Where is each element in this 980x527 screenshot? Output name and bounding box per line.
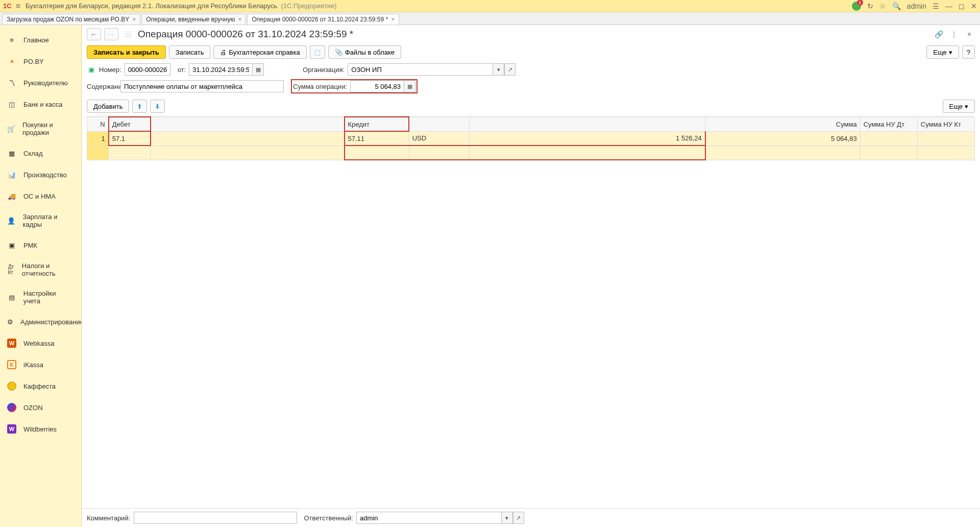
minimize-icon[interactable]: — — [945, 2, 952, 10]
col-nu-dt[interactable]: Сумма НУ Дт — [860, 117, 917, 131]
calc-icon[interactable]: ▦ — [404, 80, 415, 92]
settings-icon[interactable]: ☰ — [933, 2, 939, 10]
tab-close-icon[interactable]: × — [132, 16, 136, 23]
sidebar-item-assets[interactable]: 🚚ОС и НМА — [0, 185, 81, 207]
cell-debit-ext[interactable] — [151, 131, 345, 146]
cloud-files-button[interactable]: 📎 Файлы в облаке — [328, 45, 401, 59]
sidebar-item-tax[interactable]: ДтКтНалоги и отчетность — [0, 256, 81, 283]
maximize-icon[interactable]: ◻ — [959, 2, 965, 10]
table-row-sub[interactable] — [87, 146, 975, 160]
gear-icon: ⚙ — [7, 317, 13, 326]
col-credit[interactable]: Кредит — [345, 117, 409, 131]
tab-ozon-load[interactable]: Загрузка продаж OZON по месяцам PO.BY × — [2, 14, 140, 25]
cell-debit[interactable]: 57.1 — [109, 131, 151, 146]
poby-icon: ✦ — [7, 57, 16, 66]
favorite-icon[interactable]: ☆ — [879, 2, 886, 10]
forward-button[interactable]: → — [104, 28, 118, 40]
back-button[interactable]: ← — [87, 28, 101, 40]
tab-manual-ops[interactable]: Операции, введенные вручную × — [141, 14, 246, 25]
save-close-button[interactable]: Записать и закрыть — [87, 45, 166, 59]
sidebar-item-warehouse[interactable]: ▦Склад — [0, 142, 81, 164]
close-content-icon[interactable]: × — [964, 29, 975, 40]
history-icon[interactable]: ↻ — [867, 2, 873, 10]
dropdown-icon[interactable]: ▾ — [502, 512, 513, 524]
entries-table: N Дебет Кредит Сумма Сумма НУ Дт Сумма Н… — [87, 116, 975, 508]
calendar-icon[interactable]: ▦ — [253, 63, 264, 76]
sidebar-item-poby[interactable]: ✦PO.BY — [0, 51, 81, 72]
cell-sum[interactable]: 5 064,83 — [705, 131, 860, 146]
sidebar-item-webkassa[interactable]: WWebkassa — [0, 332, 81, 354]
date-input[interactable] — [189, 63, 253, 76]
move-up-button[interactable]: ⬆ — [132, 100, 147, 113]
col-n[interactable]: N — [87, 117, 109, 131]
content-input[interactable] — [120, 80, 284, 92]
more-icon[interactable]: ⋮ — [948, 29, 960, 40]
main-menu-icon[interactable]: ≡ — [16, 2, 20, 11]
cell-credit-sub[interactable] — [345, 146, 409, 160]
sidebar-item-sales[interactable]: 🛒Покупки и продажи — [0, 115, 81, 142]
col-currency[interactable] — [409, 117, 470, 131]
sidebar-item-settings[interactable]: ▤Настройки учета — [0, 283, 81, 311]
sidebar-item-bank[interactable]: ◫Банк и касса — [0, 93, 81, 115]
col-sum[interactable]: Сумма — [705, 117, 860, 131]
close-icon[interactable]: ✕ — [971, 2, 977, 10]
wb-icon: W — [7, 424, 16, 434]
tab-operation[interactable]: Операция 0000-000026 от 31.10.2024 23:59… — [247, 14, 399, 25]
col-debit-ext[interactable] — [151, 117, 345, 131]
cell-currency-val-sub[interactable] — [470, 146, 705, 160]
sidebar-item-wb[interactable]: WWildberries — [0, 418, 81, 440]
user-label[interactable]: admin — [907, 2, 926, 10]
ozon-icon — [7, 403, 16, 412]
person-icon: 👤 — [7, 216, 16, 225]
comment-input[interactable] — [134, 512, 297, 524]
table-row[interactable]: 1 57.1 57.11 USD 1 526,24 5 064,83 — [87, 131, 975, 146]
cell-debit-sub[interactable] — [109, 146, 151, 160]
number-input[interactable] — [125, 63, 170, 76]
cell-currency-val[interactable]: 1 526,24 — [470, 131, 705, 146]
favorite-star-icon[interactable]: ☆ — [124, 28, 133, 40]
grid-icon: ▦ — [7, 149, 16, 158]
sidebar-item-ozon[interactable]: OZON — [0, 397, 81, 418]
save-button[interactable]: Записать — [169, 45, 211, 59]
sidebar-item-admin[interactable]: ⚙Администрирование — [0, 311, 81, 332]
wallet-icon: ◫ — [7, 100, 16, 109]
sidebar-item-main[interactable]: ≡Главное — [0, 29, 81, 51]
structure-button[interactable]: ⬚ — [310, 45, 325, 59]
cell-nu-dt[interactable] — [860, 131, 917, 146]
sidebar-item-production[interactable]: 📊Производство — [0, 164, 81, 185]
cell-nu-kt[interactable] — [917, 131, 974, 146]
col-nu-kt[interactable]: Сумма НУ Кт — [917, 117, 974, 131]
tab-close-icon[interactable]: × — [391, 16, 395, 23]
help-button[interactable]: ? — [962, 45, 975, 59]
open-icon[interactable]: ↗ — [513, 512, 524, 524]
sidebar-item-hr[interactable]: 👤Зарплата и кадры — [0, 207, 81, 234]
cell-currency-sub[interactable] — [409, 146, 470, 160]
dropdown-icon[interactable]: ▾ — [493, 63, 504, 76]
col-debit[interactable]: Дебет — [109, 117, 151, 131]
org-input[interactable] — [348, 63, 493, 76]
sum-input[interactable] — [350, 80, 404, 92]
cell-credit[interactable]: 57.11 — [345, 131, 409, 146]
cell-nu-dt-sub[interactable] — [860, 146, 917, 160]
resp-input[interactable] — [356, 512, 502, 524]
more-button[interactable]: Еще ▾ — [926, 45, 959, 59]
table-more-button[interactable]: Еще ▾ — [943, 100, 975, 113]
move-down-button[interactable]: ⬇ — [150, 100, 165, 113]
cell-sum-sub[interactable] — [705, 146, 860, 160]
sidebar-item-kaffesta[interactable]: Каффеста — [0, 375, 81, 397]
search-icon[interactable]: 🔍 — [892, 2, 901, 10]
cell-debit-ext-sub[interactable] — [151, 146, 345, 160]
sidebar-item-ikassa[interactable]: KiKassa — [0, 354, 81, 375]
cell-nu-kt-sub[interactable] — [917, 146, 974, 160]
open-icon[interactable]: ↗ — [504, 63, 516, 76]
sidebar-item-manager[interactable]: 〽Руководителю — [0, 72, 81, 93]
tab-close-icon[interactable]: × — [238, 16, 241, 23]
form-area: ▣ Номер: от: ▦ Организация: ▾ ↗ Содержан… — [82, 63, 980, 100]
cell-currency[interactable]: USD — [409, 131, 470, 146]
accounting-ref-button[interactable]: 🖨 Бухгалтерская справка — [213, 45, 306, 59]
sidebar-item-rmk[interactable]: ▣РМК — [0, 234, 81, 256]
link-icon[interactable]: 🔗 — [933, 29, 944, 40]
col-currency-val[interactable] — [470, 117, 705, 131]
notification-icon[interactable] — [852, 2, 861, 11]
add-button[interactable]: Добавить — [87, 100, 129, 113]
